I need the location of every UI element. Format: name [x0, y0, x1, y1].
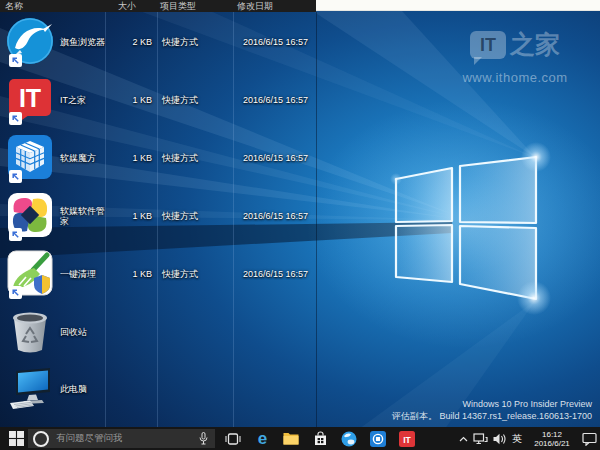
shortcut-arrow-overlay [9, 286, 22, 299]
shortcut-arrow-overlay [9, 112, 22, 125]
network-tray-button[interactable] [470, 427, 490, 450]
item-size: 1 KB [98, 153, 152, 163]
ithome-taskbar-button[interactable]: IT [398, 427, 416, 450]
svg-text:IT: IT [19, 84, 41, 112]
item-modified: 2016/6/15 16:57 [243, 269, 329, 279]
svg-text:e: e [257, 430, 266, 447]
tray-overflow-button[interactable] [456, 427, 470, 450]
taskbar: 有问题尽管问我 e [0, 427, 600, 450]
soft-manager-pinwheel-icon[interactable] [6, 191, 54, 239]
item-type: 快捷方式 [162, 267, 234, 280]
shortcut-arrow-overlay [9, 54, 22, 67]
search-placeholder: 有问题尽管问我 [56, 432, 199, 445]
store-icon [313, 431, 328, 446]
column-header-name[interactable]: 名称 [5, 0, 23, 12]
item-size: 2 KB [98, 37, 152, 47]
speaker-icon [493, 433, 506, 445]
column-header-bar: 名称 大小 项目类型 修改日期 [0, 0, 316, 12]
shortcut-arrow-overlay [9, 170, 22, 183]
item-size: 1 KB [98, 211, 152, 221]
action-center-icon [582, 432, 597, 446]
item-modified: 2016/6/15 16:57 [243, 153, 329, 163]
windows-desktop: 名称 大小 项目类型 修改日期 旗鱼浏览器 2 KB 快捷方式 2016/6/1… [0, 0, 600, 450]
item-modified: 2016/6/15 16:57 [243, 37, 329, 47]
mofang-taskbar-button[interactable] [369, 427, 387, 450]
svg-text:IT: IT [403, 434, 411, 444]
cortana-search-box[interactable]: 有问题尽管问我 [28, 429, 215, 448]
edge-button[interactable]: e [253, 427, 271, 450]
desktop-item-clean[interactable]: 一键清理 1 KB 快捷方式 2016/6/15 16:57 [0, 249, 332, 298]
desktop-item-ithome[interactable]: IT IT之家 1 KB 快捷方式 2016/6/15 16:57 [0, 75, 332, 124]
windows-logo-icon [9, 431, 24, 446]
top-edge-white-strip [312, 0, 600, 11]
cortana-icon [33, 431, 49, 447]
chevron-up-icon [459, 436, 468, 442]
mofang-cube-icon[interactable] [6, 133, 54, 181]
task-view-icon [225, 432, 241, 446]
ethernet-network-icon [473, 433, 488, 445]
clock[interactable]: 16:12 2016/6/21 [529, 430, 575, 448]
item-modified: 2016/6/15 16:57 [243, 211, 329, 221]
qiyu-browser-taskbar-button[interactable] [340, 427, 358, 450]
microphone-icon[interactable] [199, 432, 208, 445]
desktop-item-qiyu-browser[interactable]: 旗鱼浏览器 2 KB 快捷方式 2016/6/15 16:57 [0, 17, 332, 66]
desktop-item-this-pc[interactable]: 此电脑 [0, 364, 332, 413]
store-button[interactable] [311, 427, 329, 450]
desktop-item-recycle-bin[interactable]: 回收站 [0, 307, 332, 356]
action-center-button[interactable] [578, 427, 600, 450]
this-pc-icon[interactable] [6, 364, 54, 412]
edge-icon: e [254, 430, 271, 447]
shortcut-arrow-overlay [9, 228, 22, 241]
mofang-taskbar-icon [370, 431, 386, 447]
recycle-bin-icon[interactable] [6, 307, 54, 355]
sailfish-browser-icon[interactable] [6, 17, 54, 65]
system-tray: 英 16:12 2016/6/21 [456, 427, 600, 450]
item-type: 快捷方式 [162, 151, 234, 164]
item-type: 快捷方式 [162, 209, 234, 222]
input-language-indicator[interactable]: 英 [512, 427, 522, 450]
ithome-taskbar-icon: IT [399, 431, 415, 447]
clock-date: 2016/6/21 [529, 439, 575, 448]
column-header-type[interactable]: 项目类型 [160, 0, 196, 12]
file-explorer-icon [283, 432, 299, 445]
clean-broom-icon[interactable] [6, 249, 54, 297]
volume-tray-button[interactable] [490, 427, 508, 450]
item-modified: 2016/6/15 16:57 [243, 95, 329, 105]
desktop-item-mofang[interactable]: 软媒魔方 1 KB 快捷方式 2016/6/15 16:57 [0, 133, 332, 182]
task-view-button[interactable] [224, 427, 242, 450]
column-header-size[interactable]: 大小 [118, 0, 136, 12]
clock-time: 16:12 [529, 430, 575, 439]
item-type: 快捷方式 [162, 93, 234, 106]
ithome-icon[interactable]: IT [6, 75, 54, 123]
globe-browser-icon [341, 431, 357, 447]
item-size: 1 KB [98, 269, 152, 279]
desktop-item-soft-manager[interactable]: 软媒软件管家 1 KB 快捷方式 2016/6/15 16:57 [0, 191, 332, 240]
item-type: 快捷方式 [162, 35, 234, 48]
start-button[interactable] [4, 427, 28, 450]
item-label[interactable]: 此电脑 [60, 384, 107, 394]
column-header-modified[interactable]: 修改日期 [237, 0, 273, 12]
item-label[interactable]: 回收站 [60, 327, 107, 337]
item-size: 1 KB [98, 95, 152, 105]
file-explorer-button[interactable] [282, 427, 300, 450]
